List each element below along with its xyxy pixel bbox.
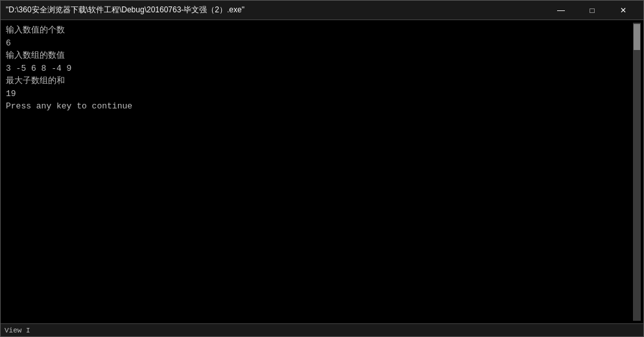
scrollbar-thumb[interactable]	[634, 24, 640, 50]
maximize-button[interactable]: □	[577, 4, 607, 17]
status-text: View I	[5, 327, 30, 334]
title-bar-text: "D:\360安全浏览器下载\软件工程\Debug\20160763-毕文强（2…	[6, 5, 244, 16]
title-bar: "D:\360安全浏览器下载\软件工程\Debug\20160763-毕文强（2…	[1, 1, 643, 20]
close-button[interactable]: ✕	[608, 4, 638, 17]
status-bar: View I	[1, 323, 643, 336]
scrollbar-track[interactable]	[633, 23, 641, 321]
console-content: 输入数值的个数 6 输入数组的数值 3 -5 6 8 -4 9 最大子数组的和 …	[3, 23, 633, 321]
title-bar-controls: — □ ✕	[546, 4, 638, 17]
console-body: 输入数值的个数 6 输入数组的数值 3 -5 6 8 -4 9 最大子数组的和 …	[1, 20, 643, 323]
window: "D:\360安全浏览器下载\软件工程\Debug\20160763-毕文强（2…	[0, 0, 644, 337]
minimize-button[interactable]: —	[546, 4, 576, 17]
